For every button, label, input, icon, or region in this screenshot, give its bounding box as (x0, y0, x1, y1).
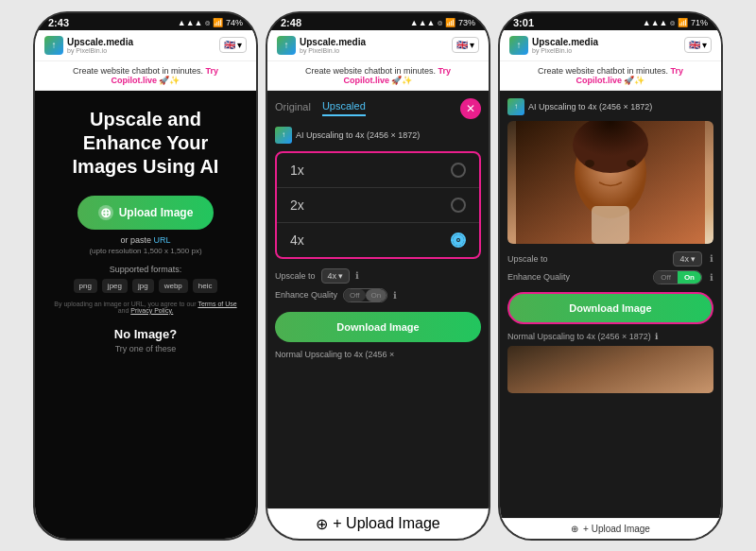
wifi-icon-1: ⌾ (205, 18, 210, 27)
terms-link[interactable]: Terms of Use (198, 301, 236, 307)
battery-icon-3: 📶 71% (678, 18, 708, 27)
logo-sub-3: by PixelBin.io (532, 47, 598, 54)
url-link[interactable]: URL (154, 235, 171, 245)
tab-upscaled[interactable]: Upscaled (322, 100, 366, 116)
normal-upscale-image (507, 346, 713, 393)
upscale-to-label-3: Upscale to (507, 254, 665, 264)
scale-option-2x[interactable]: 2x (277, 188, 479, 223)
signal-icon-1: ▲▲▲ (178, 18, 203, 27)
banner-link3a[interactable]: Try (671, 66, 684, 76)
flag-icon-2: 🇬🇧 (456, 40, 468, 50)
tab-original[interactable]: Original (275, 101, 311, 115)
radio-1x[interactable] (451, 163, 466, 178)
signal-icon-3: ▲▲▲ (643, 18, 668, 27)
scale-4x-label: 4x (290, 232, 304, 248)
info-icon-enhance-3: ℹ (710, 272, 713, 283)
app-nav-2: ↑ Upscale.media by PixelBin.io 🇬🇧 ▾ (267, 30, 489, 61)
enhance-label-3: Enhance Quality (507, 272, 645, 282)
format-heic: heic (193, 279, 218, 293)
upload-image-button[interactable]: ⊕ Upload Image (77, 196, 215, 230)
no-image-sub: Try one of these (115, 344, 177, 353)
banner-2: Create website chatbot in minutes. Try C… (267, 61, 489, 91)
logo-text-3: Upscale.media by PixelBin.io (532, 37, 598, 54)
app-logo-2: ↑ Upscale.media by PixelBin.io (277, 36, 366, 55)
banner-text-2: Create website chatbot in minutes. (305, 66, 436, 76)
enhance-on-3[interactable]: On (678, 271, 701, 284)
info-icon-normal-3: ℹ (655, 332, 658, 341)
upscale-select-3[interactable]: 4x ▾ (673, 251, 702, 267)
upload-bar-2[interactable]: ⊕ + Upload Image (267, 508, 489, 539)
logo-sub-1: by PixelBin.io (67, 47, 133, 54)
banner-link2a[interactable]: Try (438, 66, 452, 76)
scale-1x-label: 1x (290, 163, 304, 178)
svg-point-4 (627, 160, 636, 167)
upload-btn-label: Upload Image (119, 206, 194, 219)
upload-bar-plus-3: ⊕ (571, 524, 578, 534)
banner-text-1: Create website chatbot in minutes. (73, 66, 203, 76)
signal-icon-2: ▲▲▲ (410, 18, 436, 27)
download-button-2[interactable]: Download Image (275, 312, 481, 342)
chevron-down-icon-1: ▾ (237, 40, 242, 50)
upload-bar-plus-2: ⊕ (316, 515, 328, 533)
flag-button-3[interactable]: 🇬🇧 ▾ (684, 37, 712, 53)
enhance-row-3: Enhance Quality Off On ℹ (507, 270, 713, 284)
wifi-icon-3: ⌾ (670, 18, 675, 27)
upscale-controls-3: Upscale to 4x ▾ ℹ (507, 251, 713, 267)
upload-bar-3[interactable]: ⊕ + Upload Image (500, 518, 721, 539)
phone1-body: Upscale and Enhance Your Images Using AI… (35, 91, 256, 539)
screen-1: ↑ Upscale.media by PixelBin.io 🇬🇧 ▾ Crea… (35, 30, 256, 539)
scale-option-1x[interactable]: 1x (277, 153, 479, 188)
radio-4x[interactable] (451, 232, 466, 248)
enhance-on-2[interactable]: On (366, 289, 387, 301)
status-icons-2: ▲▲▲ ⌾ 📶 73% (410, 18, 475, 27)
logo-main-3: Upscale.media (532, 37, 598, 47)
chevron-down-icon-3: ▾ (702, 40, 707, 50)
plus-icon: ⊕ (98, 205, 113, 220)
info-icon-2: ℹ (355, 270, 359, 281)
banner-link2-1[interactable]: Copilot.live 🚀✨ (111, 76, 180, 85)
chevron-select-2: ▾ (338, 271, 343, 281)
status-time-3: 3:01 (513, 17, 534, 28)
screen-2: ↑ Upscale.media by PixelBin.io 🇬🇧 ▾ Crea… (267, 30, 489, 539)
status-time-2: 2:48 (281, 17, 301, 28)
flag-icon-1: 🇬🇧 (224, 40, 235, 50)
format-jpeg: jpeg (102, 279, 128, 293)
flag-button-1[interactable]: 🇬🇧 ▾ (219, 37, 247, 53)
banner-link2b[interactable]: Copilot.live 🚀✨ (343, 76, 412, 85)
enhance-off-3[interactable]: Off (654, 271, 678, 284)
normal-upscale-label-2: Normal Upscaling to 4x (2456 × (275, 350, 481, 359)
logo-sub-2: by PixelBin.io (300, 47, 366, 54)
close-button[interactable]: ✕ (460, 98, 481, 119)
banner-link3b[interactable]: Copilot.live 🚀✨ (576, 76, 644, 85)
hero-title: Upscale and Enhance Your Images Using AI (48, 108, 243, 179)
radio-2x[interactable] (451, 198, 466, 213)
upload-bar-text-2: + Upload Image (333, 515, 439, 532)
svg-rect-5 (592, 206, 629, 244)
status-icons-3: ▲▲▲ ⌾ 📶 71% (643, 18, 708, 27)
battery-icon-2: 📶 73% (445, 18, 475, 27)
resolution-text: (upto resolution 1,500 x 1,500 px) (89, 247, 201, 255)
upload-bar-text-3: + Upload Image (583, 524, 650, 534)
no-image-title: No Image? (114, 327, 177, 341)
upscale-select-2[interactable]: 4x ▾ (321, 268, 351, 284)
enhance-off-2[interactable]: Off (344, 289, 366, 301)
app-logo-1: ↑ Upscale.media by PixelBin.io (44, 36, 133, 55)
banner-link-1[interactable]: Try (206, 66, 219, 76)
svg-point-3 (585, 160, 594, 167)
enhance-label-2: Enhance Quality (275, 290, 337, 300)
scale-option-4x[interactable]: 4x (277, 223, 479, 257)
screen-3: ↑ Upscale.media by PixelBin.io 🇬🇧 ▾ Crea… (500, 30, 721, 539)
privacy-link[interactable]: Privacy Policy. (130, 307, 173, 314)
logo-icon-1: ↑ (44, 36, 63, 55)
formats-row: png jpeg jpg webp heic (74, 279, 218, 293)
info-icon-3: ℹ (710, 253, 713, 264)
logo-icon-3: ↑ (509, 36, 528, 55)
banner-3: Create website chatbot in minutes. Try C… (500, 61, 721, 91)
logo-main-2: Upscale.media (300, 37, 366, 47)
nav-right-2: 🇬🇧 ▾ (452, 37, 479, 53)
flag-button-2[interactable]: 🇬🇧 ▾ (452, 37, 479, 53)
download-button-3[interactable]: Download Image (507, 292, 713, 324)
app-nav-1: ↑ Upscale.media by PixelBin.io 🇬🇧 ▾ (35, 30, 256, 61)
terms-text: By uploading an image or URL, you agree … (48, 301, 243, 314)
supported-formats-title: Supported formats: (110, 265, 182, 274)
